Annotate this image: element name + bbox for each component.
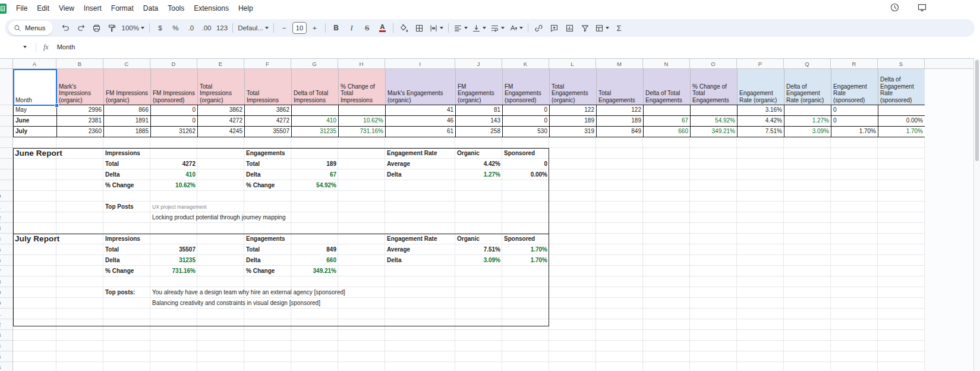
row-header-6[interactable]: 6 [0, 148, 12, 159]
empty-cell[interactable] [737, 362, 784, 371]
empty-cell[interactable] [13, 212, 56, 222]
report-row-label[interactable]: Total [244, 159, 261, 169]
empty-cell[interactable] [596, 309, 643, 319]
empty-cell[interactable] [244, 351, 291, 361]
empty-cell[interactable] [455, 287, 502, 297]
empty-cell[interactable] [455, 341, 502, 351]
empty-cell[interactable] [549, 330, 596, 340]
row-header-21[interactable]: 21 [0, 309, 12, 319]
empty-cell[interactable] [103, 137, 150, 147]
empty-cell[interactable] [385, 191, 455, 201]
empty-cell[interactable] [737, 180, 784, 190]
data-cell[interactable]: 1891 [104, 116, 151, 126]
report-row-label[interactable]: Delta [385, 255, 403, 266]
empty-cell[interactable] [291, 319, 338, 329]
empty-cell[interactable] [784, 180, 831, 190]
empty-cell[interactable] [13, 298, 56, 308]
empty-cell[interactable] [385, 351, 455, 361]
empty-cell[interactable] [878, 319, 925, 329]
empty-cell[interactable] [737, 202, 784, 212]
empty-cell[interactable] [385, 137, 455, 147]
empty-cell[interactable] [150, 191, 197, 201]
header-cell[interactable]: FM Impressions (organic) [104, 69, 151, 105]
report-post[interactable]: Locking product potential through journe… [150, 212, 288, 223]
empty-cell[interactable] [244, 137, 291, 147]
empty-cell[interactable] [13, 191, 56, 201]
empty-cell[interactable] [385, 341, 455, 351]
empty-cell[interactable] [784, 212, 831, 222]
empty-cell[interactable] [56, 298, 103, 308]
empty-cell[interactable] [878, 212, 925, 222]
empty-cell[interactable] [338, 223, 385, 233]
data-cell[interactable]: 3.09% [784, 127, 831, 137]
print-button[interactable] [89, 21, 104, 35]
empty-cell[interactable] [455, 191, 502, 201]
empty-cell[interactable] [737, 266, 784, 276]
data-cell[interactable]: 4272 [198, 116, 245, 126]
name-box[interactable] [0, 39, 31, 55]
empty-cell[interactable] [197, 362, 244, 371]
header-cell[interactable]: Total Impressions [245, 69, 292, 105]
empty-cell[interactable] [338, 276, 385, 287]
report-title[interactable]: June Report [13, 148, 64, 159]
empty-cell[interactable] [244, 341, 291, 351]
empty-cell[interactable] [150, 319, 197, 329]
report-top-posts-label[interactable]: Top Posts [103, 202, 136, 212]
font-select[interactable]: Defaul... [236, 21, 270, 35]
empty-cell[interactable] [338, 330, 385, 340]
empty-cell[interactable] [455, 298, 502, 308]
report-rate-organic-header[interactable]: Organic [455, 234, 481, 244]
data-cell[interactable]: 258 [456, 127, 503, 137]
report-engagements-label[interactable]: Engagements [244, 234, 287, 244]
empty-cell[interactable] [56, 159, 103, 169]
row-header-23[interactable]: 23 [0, 330, 12, 341]
empty-cell[interactable] [338, 266, 385, 276]
empty-cell[interactable] [197, 351, 244, 361]
empty-cell[interactable] [690, 137, 737, 147]
empty-cell[interactable] [690, 223, 737, 233]
empty-cell[interactable] [737, 351, 784, 361]
column-header-s[interactable]: S [878, 59, 925, 68]
data-cell[interactable] [339, 105, 386, 115]
empty-cell[interactable] [150, 341, 197, 351]
redo-button[interactable] [74, 21, 89, 35]
empty-cell[interactable] [878, 276, 925, 287]
empty-cell[interactable] [13, 330, 56, 340]
empty-cell[interactable] [737, 309, 784, 319]
empty-cell[interactable] [690, 180, 737, 190]
report-value[interactable]: 4272 [150, 159, 197, 169]
empty-cell[interactable] [56, 287, 103, 297]
empty-cell[interactable] [549, 137, 596, 147]
empty-cell[interactable] [385, 180, 455, 190]
empty-cell[interactable] [502, 276, 549, 287]
column-header-j[interactable]: J [455, 59, 502, 68]
empty-cell[interactable] [502, 202, 549, 212]
empty-cell[interactable] [150, 309, 197, 319]
data-cell[interactable]: 3862 [245, 105, 292, 115]
report-value[interactable]: 0.00% [502, 169, 549, 180]
empty-cell[interactable] [643, 341, 690, 351]
empty-cell[interactable] [596, 330, 643, 340]
data-cell[interactable]: 1.70% [878, 127, 925, 137]
empty-cell[interactable] [690, 341, 737, 351]
empty-cell[interactable] [643, 137, 690, 147]
empty-cell[interactable] [690, 202, 737, 212]
empty-cell[interactable] [197, 255, 244, 265]
column-header-i[interactable]: I [385, 59, 455, 68]
empty-cell[interactable] [197, 266, 244, 276]
empty-cell[interactable] [338, 351, 385, 361]
row-header-3[interactable]: 3 [0, 116, 12, 127]
header-cell[interactable]: FM Engagements (organic) [456, 69, 503, 105]
horizontal-align-button[interactable] [452, 21, 469, 35]
data-cell[interactable]: 0.00% [878, 116, 925, 126]
empty-cell[interactable] [878, 330, 925, 340]
empty-cell[interactable] [338, 298, 385, 308]
empty-cell[interactable] [690, 212, 737, 222]
empty-cell[interactable] [596, 362, 643, 371]
empty-cell[interactable] [13, 180, 56, 190]
empty-cell[interactable] [291, 202, 338, 212]
empty-cell[interactable] [643, 159, 690, 169]
merge-cells-button[interactable] [427, 21, 445, 35]
empty-cell[interactable] [596, 266, 643, 276]
data-cell[interactable]: 3862 [198, 105, 245, 115]
